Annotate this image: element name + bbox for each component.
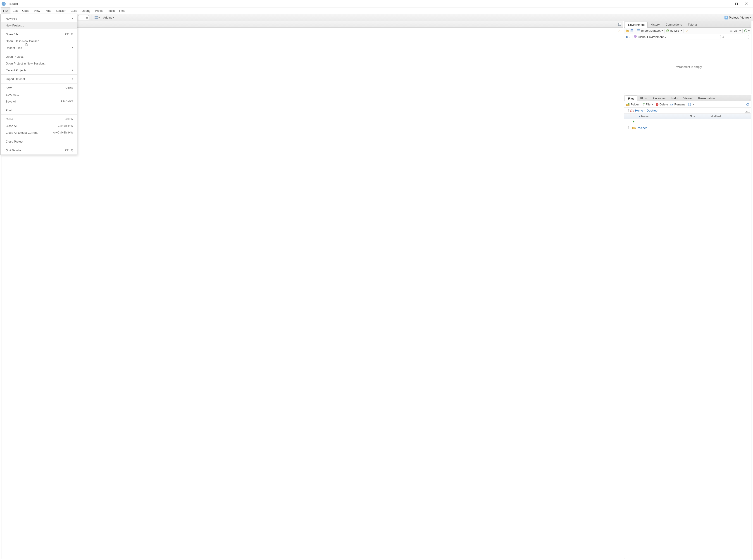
files-tabstrip: Files Plots Packages Help Viewer Present… (624, 95, 751, 101)
breadcrumb-desktop[interactable]: Desktop (647, 109, 657, 112)
broom-icon[interactable] (617, 29, 620, 33)
file-menu-item[interactable]: Open Project... (1, 53, 77, 60)
menu-profile[interactable]: Profile (93, 7, 106, 14)
menu-session[interactable]: Session (54, 7, 68, 14)
save-workspace-icon[interactable] (630, 29, 634, 33)
language-scope-button[interactable]: R (626, 35, 631, 38)
menu-file[interactable]: File (1, 7, 11, 14)
menu-build[interactable]: Build (68, 7, 80, 14)
file-menu-item[interactable]: Import Dataset (1, 76, 77, 82)
file-name: .. (638, 120, 639, 124)
file-row[interactable]: recipes (624, 125, 751, 131)
tab-environment[interactable]: Environment (625, 22, 648, 27)
refresh-files-icon[interactable] (746, 103, 749, 106)
tab-plots[interactable]: Plots (637, 95, 650, 101)
row-checkbox[interactable] (626, 126, 629, 129)
menu-code[interactable]: Code (20, 7, 32, 14)
panes-layout-button[interactable] (94, 16, 101, 20)
menu-item-label: Open Project in New Session... (6, 62, 46, 65)
goto-function-input[interactable]: n (78, 15, 89, 20)
new-file-button[interactable]: File (641, 103, 653, 106)
menu-item-label: Recent Files (6, 46, 22, 49)
file-menu-item[interactable]: CloseCtrl+W (1, 116, 77, 122)
select-all-checkbox[interactable] (626, 109, 629, 112)
panel-minimize-button[interactable] (743, 99, 746, 101)
panel-maximize-button[interactable] (747, 99, 750, 101)
source-tabbar (2, 21, 623, 27)
import-dataset-button[interactable]: Import Dataset (637, 29, 663, 33)
column-size[interactable]: Size (690, 115, 710, 118)
home-icon[interactable] (630, 109, 634, 113)
open-workspace-icon[interactable] (626, 29, 629, 33)
file-menu-item[interactable]: Open File in New Column... (1, 38, 77, 44)
file-menu-item[interactable]: New Project... (1, 22, 77, 29)
tab-presentation[interactable]: Presentation (695, 95, 718, 101)
window-minimize-button[interactable] (721, 0, 732, 7)
menu-item-shortcut: Ctrl+W (65, 117, 73, 121)
panel-maximize-button[interactable] (747, 25, 750, 27)
menu-item-label: Close All (6, 124, 17, 127)
file-menu-item[interactable]: Save As... (1, 91, 77, 98)
environment-search-input[interactable] (720, 35, 749, 39)
addins-button[interactable]: Addins (102, 15, 116, 20)
menu-item-shortcut: Ctrl+O (65, 33, 73, 36)
rename-button[interactable]: Rename (670, 103, 685, 106)
svg-line-37 (689, 105, 689, 106)
menu-help[interactable]: Help (117, 7, 128, 14)
file-menu-item[interactable]: Print... (1, 107, 77, 114)
refresh-environment-button[interactable] (744, 29, 750, 32)
file-menu-item[interactable]: Quit Session...Ctrl+Q (1, 147, 77, 154)
popout-icon[interactable] (618, 23, 622, 26)
chevron-right-icon (72, 69, 73, 71)
tab-packages[interactable]: Packages (650, 95, 668, 101)
search-icon (721, 36, 724, 38)
column-name[interactable]: Name (632, 115, 690, 118)
tab-help[interactable]: Help (668, 95, 680, 101)
file-menu-item[interactable]: Recent Files (1, 44, 77, 51)
main-toolbar: n Addins R Project: (None) (0, 14, 753, 21)
window-maximize-button[interactable] (732, 0, 741, 7)
tab-connections[interactable]: Connections (663, 21, 685, 27)
delete-button[interactable]: Delete (655, 103, 668, 106)
file-menu-item[interactable]: Close AllCtrl+Shift+W (1, 122, 77, 129)
grid-icon (95, 16, 98, 19)
menu-view[interactable]: View (32, 7, 42, 14)
file-menu-item[interactable]: New File (1, 15, 77, 22)
menu-separator (1, 29, 77, 30)
tab-files[interactable]: Files (625, 96, 637, 101)
panel-minimize-button[interactable] (743, 25, 746, 27)
menu-item-label: Open Project... (6, 55, 25, 58)
project-label[interactable]: Project: (None) (729, 16, 749, 19)
menu-item-label: Save (6, 86, 13, 89)
path-more-button[interactable]: ... (745, 108, 750, 113)
menu-edit[interactable]: Edit (11, 7, 20, 14)
file-menu-item[interactable]: Close All Except CurrentAlt+Ctrl+Shift+W (1, 129, 77, 136)
file-menu-item[interactable]: Recent Projects (1, 67, 77, 74)
breadcrumb-home[interactable]: Home (635, 109, 643, 112)
view-mode-button[interactable]: List (730, 29, 741, 32)
chevron-down-icon (739, 30, 741, 31)
clear-workspace-icon[interactable] (685, 29, 689, 33)
tab-viewer[interactable]: Viewer (680, 95, 695, 101)
menu-item-shortcut: Alt+Ctrl+S (61, 100, 73, 103)
file-menu-item[interactable]: SaveCtrl+S (1, 84, 77, 91)
tab-history[interactable]: History (648, 21, 663, 27)
file-menu-item[interactable]: Open Project in New Session... (1, 60, 77, 67)
column-modified[interactable]: Modified (710, 115, 751, 118)
table-import-icon (637, 29, 640, 33)
memory-usage-button[interactable]: 87 MiB (666, 29, 682, 32)
source-editor[interactable] (2, 34, 623, 559)
file-row-parent[interactable]: .. (624, 119, 751, 125)
chevron-down-icon (98, 17, 100, 18)
menu-tools[interactable]: Tools (106, 7, 117, 14)
file-menu-item[interactable]: Close Project (1, 138, 77, 145)
tab-tutorial[interactable]: Tutorial (685, 21, 700, 27)
environment-scope-button[interactable]: Global Environment (634, 35, 666, 39)
menu-debug[interactable]: Debug (79, 7, 93, 14)
menu-plots[interactable]: Plots (42, 7, 54, 14)
more-button[interactable] (688, 103, 694, 106)
window-close-button[interactable] (741, 0, 751, 7)
new-folder-button[interactable]: Folder (626, 103, 639, 106)
file-menu-item[interactable]: Save AllAlt+Ctrl+S (1, 98, 77, 105)
file-menu-item[interactable]: Open File...Ctrl+O (1, 31, 77, 38)
